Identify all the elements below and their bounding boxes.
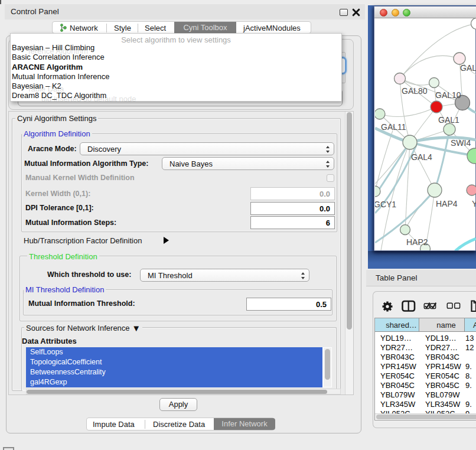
svg-text:HAP2: HAP2 xyxy=(406,237,428,247)
svg-text:Y: Y xyxy=(472,199,476,208)
svg-text:GAL80: GAL80 xyxy=(402,86,428,96)
svg-text:GAL: GAL xyxy=(460,63,476,73)
svg-text:GAL1: GAL1 xyxy=(438,115,459,125)
svg-text:GAL10: GAL10 xyxy=(435,90,461,100)
svg-text:GCY1: GCY1 xyxy=(375,200,396,209)
svg-text:GAL4: GAL4 xyxy=(411,152,432,162)
svg-text:HAP4: HAP4 xyxy=(436,199,458,208)
svg-text:SWI4: SWI4 xyxy=(451,138,471,148)
svg-text:GAL11: GAL11 xyxy=(381,122,406,132)
